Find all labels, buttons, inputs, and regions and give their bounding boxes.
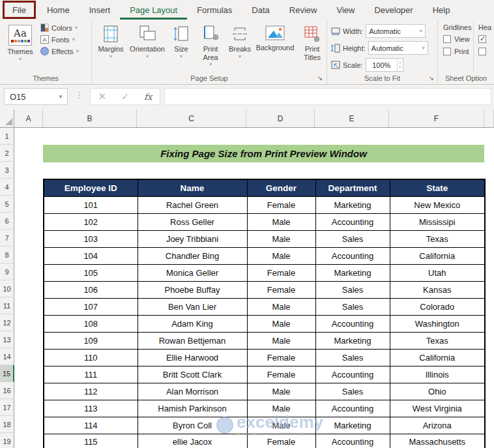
table-cell[interactable]: Marketing [315,264,390,281]
gridlines-print-checkbox[interactable] [443,48,451,55]
menu-tab-developer[interactable]: Developer [364,0,422,20]
table-cell[interactable]: Female [247,264,315,281]
table-cell[interactable]: 104 [44,247,138,264]
table-cell[interactable]: Mississipi [390,213,485,230]
scale-to-fit-dialog-launcher-icon[interactable]: ↘ [429,74,434,82]
table-cell[interactable]: California [390,247,485,264]
table-cell[interactable]: Ross Geller [138,213,247,230]
table-cell[interactable]: Sales [315,281,390,298]
row-header-10[interactable]: 10 [0,280,14,297]
row-header-19[interactable]: 19 [0,433,14,448]
formula-input[interactable] [164,88,491,105]
column-header-a[interactable]: A [14,110,43,127]
table-cell[interactable]: 103 [44,230,138,247]
table-cell[interactable]: Male [247,400,315,417]
column-header-f[interactable]: F [389,110,484,127]
table-cell[interactable]: Female [247,196,315,213]
height-dropdown[interactable]: Automatic ˅ [368,41,428,55]
table-cell[interactable]: Sales [315,349,390,366]
table-cell[interactable]: Male [247,213,315,230]
table-cell[interactable]: Accounting [315,434,390,448]
table-cell[interactable]: Marketing [315,332,390,349]
table-cell[interactable]: Accounting [315,400,390,417]
table-cell[interactable]: Female [247,281,315,298]
menu-tab-review[interactable]: Review [280,0,327,20]
table-cell[interactable]: Accounting [315,315,390,332]
table-cell[interactable]: Female [247,366,315,383]
breaks-button[interactable]: Breaks˅ [226,22,254,59]
table-cell[interactable]: Arizona [390,417,485,434]
table-cell[interactable]: 110 [44,349,138,366]
menu-tab-help[interactable]: Help [423,0,460,20]
table-cell[interactable]: Male [247,417,315,434]
table-cell[interactable]: Marketing [315,196,390,213]
fonts-button[interactable]: A Fonts ˅ [40,35,79,44]
table-cell[interactable]: 115 [44,434,138,448]
table-cell[interactable]: California [390,349,485,366]
row-header-1[interactable]: 1 [0,128,14,145]
table-cell[interactable]: Rachel Green [138,196,247,213]
table-cell[interactable]: Sales [315,298,390,315]
row-header-7[interactable]: 7 [0,230,14,246]
row-header-18[interactable]: 18 [0,416,14,433]
table-cell[interactable]: Marketing [315,417,390,434]
table-cell[interactable]: Colorado [390,298,485,315]
row-header-2[interactable]: 2 [0,145,14,162]
table-cell[interactable]: 107 [44,298,138,315]
colors-button[interactable]: Colors ˅ [40,23,79,32]
row-header-9[interactable]: 9 [0,263,14,280]
table-cell[interactable]: Sales [315,230,390,247]
table-cell[interactable]: Ellie Harwood [138,349,247,366]
select-all-corner[interactable] [0,110,14,127]
row-header-6[interactable]: 6 [0,213,14,230]
row-header-17[interactable]: 17 [0,399,14,416]
row-header-14[interactable]: 14 [0,348,14,365]
table-cell[interactable]: Illinois [390,366,485,383]
themes-button[interactable]: Aa Themes ˅ [4,22,36,62]
column-header-c[interactable]: C [137,110,246,127]
table-cell[interactable]: Chandler Bing [138,247,247,264]
table-cell[interactable]: Joey Tribbiani [138,230,247,247]
enter-icon[interactable]: ✓ [121,91,129,102]
column-header-b[interactable]: B [43,110,137,127]
chevron-down-icon[interactable]: ▼ [54,94,67,100]
spinner-arrows-icon[interactable]: ˄˅ [397,59,403,71]
table-cell[interactable]: Female [247,349,315,366]
table-cell[interactable]: Massachusetts [390,434,485,448]
table-cell[interactable]: ellie Jacox [138,434,247,448]
table-cell[interactable]: Byron Coll [138,417,247,434]
row-header-12[interactable]: 12 [0,314,14,331]
table-cell[interactable]: New Mexico [390,196,485,213]
table-cell[interactable]: West Virginia [390,400,485,417]
menu-tab-data[interactable]: Data [242,0,279,20]
table-cell[interactable]: Hamish Parkinson [138,400,247,417]
insert-function-icon[interactable]: fx [144,92,152,102]
menu-tab-home[interactable]: Home [37,0,80,20]
table-cell[interactable]: Adam King [138,315,247,332]
table-cell[interactable]: Accounting [315,366,390,383]
table-cell[interactable]: Male [247,247,315,264]
table-cell[interactable]: 101 [44,196,138,213]
table-cell[interactable]: Texas [390,230,485,247]
print-area-button[interactable]: Print Area˅ [195,22,226,67]
table-cell[interactable]: 102 [44,213,138,230]
table-cell[interactable]: 106 [44,281,138,298]
menu-tab-view[interactable]: View [327,0,364,20]
table-cell[interactable]: Alan Morrison [138,383,247,400]
row-header-16[interactable]: 16 [0,382,14,399]
table-cell[interactable]: Ben Van Lier [138,298,247,315]
print-titles-button[interactable]: Print Titles [297,22,328,61]
table-cell[interactable]: Accounting [315,213,390,230]
margins-button[interactable]: Margins˅ [94,22,127,59]
gridlines-view-checkbox[interactable] [443,35,451,43]
table-cell[interactable]: 108 [44,315,138,332]
table-cell[interactable]: Washington [390,315,485,332]
orientation-button[interactable]: Orientation˅ [127,22,167,59]
table-cell[interactable]: Male [247,383,315,400]
row-header-15[interactable]: 15 [0,365,14,382]
width-dropdown[interactable]: Automatic ˅ [366,24,426,38]
row-header-4[interactable]: 4 [0,179,14,196]
table-cell[interactable]: Utah [390,264,485,281]
table-cell[interactable]: Kansas [390,281,485,298]
row-header-13[interactable]: 13 [0,331,14,348]
